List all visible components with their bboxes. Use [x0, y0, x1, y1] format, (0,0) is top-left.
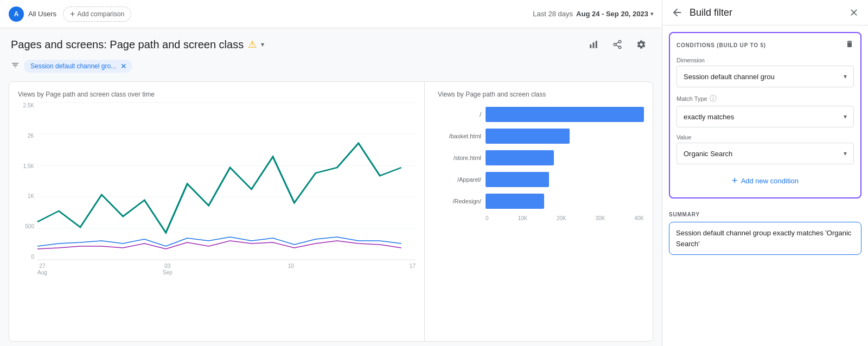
page-title-bar: Pages and screens: Page path and screen …	[0, 28, 662, 57]
title-actions	[584, 35, 651, 54]
summary-text: Session default channel group exactly ma…	[676, 229, 851, 248]
chevron-down-icon: ▾	[650, 11, 653, 17]
add-comparison-button[interactable]: + Add comparison	[63, 7, 131, 22]
match-type-field-group: Match Type ⓘ exactly matches ▾	[676, 94, 854, 127]
filter-icon	[11, 61, 20, 72]
conditions-delete-button[interactable]	[845, 40, 854, 50]
value-select[interactable]: Organic Search ▾	[676, 143, 854, 164]
page-title: Pages and screens: Page path and screen …	[11, 39, 244, 51]
svg-rect-1	[593, 42, 595, 48]
plus-icon: +	[70, 9, 75, 19]
line-chart-title: Views by Page path and screen class over…	[18, 91, 416, 98]
filter-chip-text: Session default channel gro...	[30, 62, 116, 70]
add-condition-plus-icon: +	[732, 175, 738, 187]
summary-section: SUMMARY Session default channel group ex…	[662, 205, 868, 261]
top-bar: A All Users + Add comparison Last 28 day…	[0, 0, 662, 28]
date-range-value[interactable]: Aug 24 - Sep 20, 2023 ▾	[576, 10, 653, 18]
x-axis-labels: 27Aug 03Sep 10 17	[37, 263, 416, 276]
dimension-select[interactable]: Session default channel grou ▾	[676, 66, 854, 87]
dimension-select-value: Session default channel grou	[684, 73, 844, 81]
line-chart-area: 2.5K 2K 1.5K 1K 500 0	[18, 102, 416, 276]
date-range: Last 28 days Aug 24 - Sep 20, 2023 ▾	[533, 10, 653, 18]
svg-rect-2	[596, 41, 597, 48]
summary-box: Session default channel group exactly ma…	[669, 222, 861, 255]
add-condition-label: Add new condition	[741, 177, 799, 185]
svg-line-7	[616, 42, 618, 44]
warning-icon: ⚠	[248, 39, 257, 50]
svg-line-6	[616, 45, 618, 47]
match-type-help-icon[interactable]: ⓘ	[710, 94, 717, 104]
panel-back-button[interactable]	[671, 7, 683, 18]
match-type-label: Match Type ⓘ	[676, 94, 854, 104]
chart-icon-button[interactable]	[584, 35, 603, 54]
match-type-select[interactable]: exactly matches ▾	[676, 106, 854, 127]
conditions-header: CONDITIONS (BUILD UP TO 5)	[676, 40, 854, 50]
main-area: A All Users + Add comparison Last 28 day…	[0, 0, 662, 346]
bar-row-3: /store.html	[438, 150, 644, 165]
all-users-label: All Users	[28, 10, 56, 18]
svg-point-4	[614, 43, 616, 46]
bar-row-2: /basket.html	[438, 129, 644, 144]
value-select-value: Organic Search	[684, 150, 844, 158]
filter-chip-close-icon[interactable]: ✕	[119, 62, 128, 71]
bar-chart-title: Views by Page path and screen class	[438, 91, 644, 98]
filter-chip[interactable]: Session default channel gro... ✕	[24, 60, 132, 73]
match-type-chevron-icon: ▾	[844, 113, 847, 120]
value-chevron-icon: ▾	[844, 150, 847, 157]
conditions-title: CONDITIONS (BUILD UP TO 5)	[676, 42, 766, 48]
conditions-box: CONDITIONS (BUILD UP TO 5) Dimension Ses…	[669, 32, 861, 198]
panel-title: Build filter	[690, 7, 842, 18]
bar-row-5: /Redesign/	[438, 194, 644, 209]
bar-x-axis: 0 10K 20K 30K 40K	[438, 215, 644, 221]
line-chart-svg	[37, 102, 416, 260]
right-panel: Build filter CONDITIONS (BUILD UP TO 5) …	[662, 0, 868, 346]
filter-bar: Session default channel gro... ✕	[0, 57, 662, 77]
last-days-label: Last 28 days	[533, 10, 573, 18]
bar-chart-panel: Views by Page path and screen class / /b…	[425, 82, 653, 341]
line-chart-panel: Views by Page path and screen class over…	[9, 82, 425, 341]
settings-button[interactable]	[631, 35, 651, 54]
chart-container: Views by Page path and screen class over…	[9, 81, 653, 342]
panel-header: Build filter	[662, 0, 868, 25]
y-axis-labels: 2.5K 2K 1.5K 1K 500 0	[18, 102, 34, 260]
match-type-select-value: exactly matches	[684, 113, 844, 121]
panel-close-button[interactable]	[848, 7, 859, 18]
bar-row-4: /Apparel/	[438, 172, 644, 187]
dimension-label: Dimension	[676, 57, 854, 63]
value-label: Value	[676, 134, 854, 140]
avatar: A	[9, 7, 24, 22]
value-field-group: Value Organic Search ▾	[676, 134, 854, 164]
add-condition-button[interactable]: + Add new condition	[676, 171, 854, 191]
add-comparison-label: Add comparison	[77, 10, 124, 18]
dimension-chevron-icon: ▾	[844, 73, 847, 80]
svg-rect-0	[590, 44, 591, 48]
dimension-field-group: Dimension Session default channel grou ▾	[676, 57, 854, 87]
summary-title: SUMMARY	[669, 212, 861, 217]
share-button[interactable]	[608, 35, 627, 54]
svg-point-5	[618, 46, 621, 49]
svg-point-3	[618, 41, 621, 43]
title-chevron-icon[interactable]: ▾	[261, 41, 264, 48]
bar-row-1: /	[438, 107, 644, 122]
